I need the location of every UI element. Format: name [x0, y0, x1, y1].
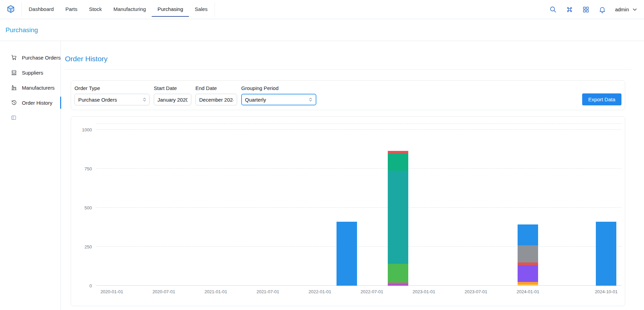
main-content: Order History Order Type Purchase Orders… [61, 41, 644, 310]
chart-card: 025050075010002020-01-012020-07-012021-0… [71, 116, 625, 306]
sidebar-item-order-history[interactable]: Order History [0, 95, 60, 110]
x-tick-label: 2021-07-01 [257, 289, 279, 294]
sidebar-item-label: Suppliers [22, 70, 43, 76]
y-tick-label: 1000 [82, 127, 92, 132]
start-date-label: Start Date [154, 85, 191, 91]
sidebar-item-suppliers[interactable]: Suppliers [0, 65, 60, 80]
user-name: admin [615, 7, 629, 12]
x-tick-label: 2023-07-01 [465, 289, 488, 294]
segment-violet [518, 265, 538, 282]
grouping-period-select[interactable]: Quarterly [241, 94, 316, 105]
grouping-period-label: Grouping Period [241, 85, 316, 91]
order-type-field: Order Type Purchase Orders [74, 85, 150, 105]
building-store-icon [11, 69, 17, 76]
tab-dashboard[interactable]: Dashboard [23, 2, 59, 17]
chevron-down-icon [632, 7, 638, 13]
segment-blue [596, 222, 616, 286]
export-data-button[interactable]: Export Data [582, 93, 621, 105]
x-tick-label: 2021-01-01 [204, 289, 227, 294]
segment-violet [388, 284, 408, 286]
x-tick-label: 2020-07-01 [152, 289, 175, 294]
search-icon[interactable] [549, 6, 557, 13]
gridline-1000 [96, 129, 621, 130]
selector-chevrons-icon [309, 98, 313, 102]
start-date-field: Start Date [154, 85, 191, 105]
plot-top-border [96, 124, 621, 124]
x-tick-label: 2023-01-01 [412, 289, 435, 294]
main-nav-tabs: Dashboard Parts Stock Manufacturing Purc… [22, 2, 215, 17]
bell-icon[interactable] [599, 6, 606, 13]
segment-gray [518, 245, 538, 262]
app-logo[interactable] [6, 5, 15, 14]
segment-red [518, 262, 538, 265]
history-icon [11, 100, 17, 106]
sidebar-item-manufacturers[interactable]: Manufacturers [0, 80, 60, 95]
segment-blue [518, 224, 538, 245]
grouping-period-field: Grouping Period Quarterly [241, 85, 316, 105]
end-date-label: End Date [195, 85, 237, 91]
breadcrumb-bar: Purchasing [0, 19, 644, 41]
segment-green [388, 264, 408, 283]
tab-manufacturing[interactable]: Manufacturing [108, 2, 152, 17]
bar-2024-Q1[interactable] [518, 224, 538, 286]
breadcrumb[interactable]: Purchasing [5, 26, 38, 34]
y-tick-label: 500 [84, 205, 92, 210]
segment-emerald [388, 153, 408, 171]
sidebar-item-label: Purchase Orders [22, 55, 60, 61]
sidebar-item-label: Manufacturers [22, 85, 55, 91]
tab-sales[interactable]: Sales [189, 2, 214, 17]
segment-blue [337, 222, 357, 286]
top-navbar: Dashboard Parts Stock Manufacturing Purc… [0, 0, 644, 19]
tab-parts[interactable]: Parts [59, 2, 83, 17]
y-tick-label: 750 [84, 166, 92, 171]
end-date-field: End Date [195, 85, 237, 105]
gridline-250 [96, 246, 621, 247]
user-menu[interactable]: admin [615, 7, 638, 13]
apps-grid-icon[interactable] [582, 6, 590, 13]
bar-2022-Q4[interactable] [388, 151, 408, 286]
order-type-select[interactable]: Purchase Orders [74, 94, 150, 105]
y-tick-label: 250 [84, 244, 92, 249]
bar-2022-Q2[interactable] [337, 222, 357, 286]
filter-panel: Order Type Purchase Orders Start Date [71, 80, 625, 110]
end-date-input[interactable] [199, 97, 233, 103]
section-divider [65, 69, 632, 69]
grouping-period-value: Quarterly [245, 97, 266, 103]
x-tick-label: 2024-10-01 [595, 289, 618, 294]
sidebar-item-label: Order History [22, 100, 52, 106]
selector-chevrons-icon [142, 98, 147, 102]
start-date-input[interactable] [157, 97, 188, 103]
order-type-value: Purchase Orders [78, 97, 117, 103]
segment-yellow [518, 284, 538, 286]
page-title: Order History [65, 55, 632, 63]
segment-teal [388, 171, 408, 264]
gridline-0 [96, 285, 621, 286]
tab-purchasing[interactable]: Purchasing [152, 2, 189, 17]
bar-2024-Q4[interactable] [596, 222, 616, 286]
sidebar-item-purchase-orders[interactable]: Purchase Orders [0, 50, 60, 65]
gridline-750 [96, 168, 621, 169]
command-icon[interactable] [566, 6, 573, 13]
x-tick-label: 2022-01-01 [309, 289, 331, 294]
building-factory-icon [11, 85, 17, 91]
segment-orange [518, 282, 538, 284]
start-date-input-wrap [154, 94, 191, 105]
chart-plot: 025050075010002020-01-012020-07-012021-0… [96, 124, 621, 286]
package-box-icon [6, 5, 15, 14]
x-tick-label: 2020-01-01 [100, 289, 123, 294]
x-tick-label: 2024-01-01 [517, 289, 539, 294]
end-date-input-wrap [195, 94, 237, 105]
x-tick-label: 2022-07-01 [360, 289, 383, 294]
tab-stock[interactable]: Stock [83, 2, 108, 17]
layout-sidebar-icon[interactable] [11, 115, 16, 120]
purchasing-sidebar: Purchase Orders Suppliers M [0, 41, 61, 310]
y-tick-label: 0 [90, 283, 92, 288]
order-type-label: Order Type [74, 85, 150, 91]
shopping-cart-icon [11, 54, 17, 61]
gridline-500 [96, 207, 621, 208]
